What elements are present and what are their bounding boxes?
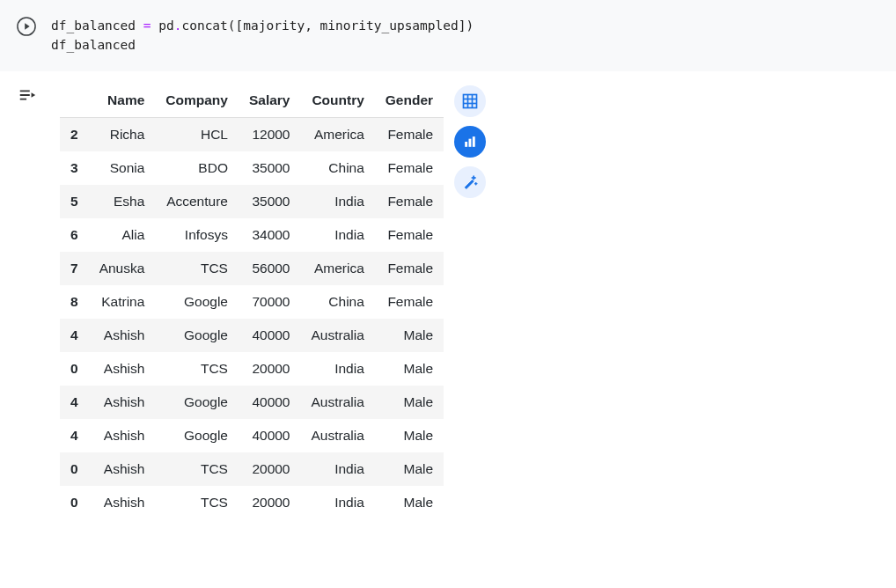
table-cell: Alia bbox=[89, 218, 156, 252]
cell-input-area: df_balanced = pd.concat([majority, minor… bbox=[0, 0, 896, 71]
interactive-table-button[interactable] bbox=[454, 85, 486, 117]
code-editor[interactable]: df_balanced = pd.concat([majority, minor… bbox=[51, 7, 474, 64]
table-cell: TCS bbox=[155, 452, 239, 486]
table-cell: Ashish bbox=[89, 419, 156, 452]
table-cell: Male bbox=[375, 319, 444, 352]
table-cell: Australia bbox=[301, 386, 375, 419]
table-row: 0AshishTCS20000IndiaMale bbox=[60, 452, 444, 486]
table-cell: Ashish bbox=[89, 486, 156, 519]
cell-output-area: NameCompanySalaryCountryGender 2RichaHCL… bbox=[0, 71, 896, 519]
row-index: 0 bbox=[60, 352, 89, 386]
row-index: 0 bbox=[60, 452, 89, 486]
table-header-cell[interactable]: Company bbox=[155, 84, 239, 118]
run-cell-button[interactable] bbox=[12, 12, 40, 40]
table-cell: 40000 bbox=[239, 386, 301, 419]
table-cell: 20000 bbox=[239, 486, 301, 519]
code-token: concat bbox=[181, 18, 227, 33]
table-header-cell[interactable]: Name bbox=[89, 84, 156, 118]
table-row: 0AshishTCS20000IndiaMale bbox=[60, 486, 444, 519]
svg-rect-7 bbox=[465, 142, 467, 147]
code-token: minority_upsampled bbox=[320, 18, 459, 33]
table-cell: Female bbox=[375, 117, 444, 151]
table-row: 6AliaInfosys34000IndiaFemale bbox=[60, 218, 444, 252]
table-cell: Australia bbox=[301, 319, 375, 352]
code-token: ( bbox=[228, 18, 236, 33]
table-cell: 34000 bbox=[239, 218, 301, 252]
table-cell: Google bbox=[155, 386, 239, 419]
table-cell: Ashish bbox=[89, 319, 156, 352]
code-token: pd bbox=[151, 18, 174, 33]
row-index: 7 bbox=[60, 252, 89, 285]
table-cell: TCS bbox=[155, 352, 239, 386]
output-toggle-icon bbox=[18, 85, 37, 105]
dataframe-table: NameCompanySalaryCountryGender 2RichaHCL… bbox=[60, 84, 444, 519]
quick-chart-button[interactable] bbox=[454, 126, 486, 158]
code-token: df_balanced bbox=[51, 38, 136, 52]
output-body: NameCompanySalaryCountryGender 2RichaHCL… bbox=[48, 84, 486, 519]
table-cell: 35000 bbox=[239, 185, 301, 218]
code-token: df_balanced bbox=[51, 18, 143, 33]
code-token: majority bbox=[243, 18, 305, 33]
svg-rect-2 bbox=[464, 94, 477, 107]
row-index: 0 bbox=[60, 486, 89, 519]
table-header-cell[interactable]: Gender bbox=[375, 84, 444, 118]
row-index: 8 bbox=[60, 285, 89, 319]
table-header-cell[interactable]: Salary bbox=[239, 84, 301, 118]
notebook-cell: df_balanced = pd.concat([majority, minor… bbox=[0, 0, 896, 519]
table-header-cell[interactable]: Country bbox=[301, 84, 375, 118]
dataframe-output: NameCompanySalaryCountryGender 2RichaHCL… bbox=[60, 84, 444, 519]
table-corner bbox=[60, 84, 89, 118]
table-cell: Sonia bbox=[89, 151, 156, 185]
table-cell: Male bbox=[375, 452, 444, 486]
table-cell: Australia bbox=[301, 419, 375, 452]
table-cell: America bbox=[301, 252, 375, 285]
table-row: 5EshaAccenture35000IndiaFemale bbox=[60, 185, 444, 218]
table-cell: China bbox=[301, 151, 375, 185]
table-cell: Google bbox=[155, 285, 239, 319]
table-cell: Katrina bbox=[89, 285, 156, 319]
table-cell: Richa bbox=[89, 117, 156, 151]
table-cell: Male bbox=[375, 352, 444, 386]
table-cell: America bbox=[301, 117, 375, 151]
code-token: = bbox=[143, 18, 151, 33]
table-row: 3SoniaBDO35000ChinaFemale bbox=[60, 151, 444, 185]
table-cell: TCS bbox=[155, 252, 239, 285]
output-collapse-button[interactable] bbox=[7, 84, 48, 105]
table-cell: Infosys bbox=[155, 218, 239, 252]
table-cell: India bbox=[301, 185, 375, 218]
table-cell: Male bbox=[375, 419, 444, 452]
table-cell: 40000 bbox=[239, 319, 301, 352]
row-index: 4 bbox=[60, 419, 89, 452]
suggest-charts-button[interactable] bbox=[454, 166, 486, 198]
table-row: 4AshishGoogle40000AustraliaMale bbox=[60, 319, 444, 352]
row-index: 3 bbox=[60, 151, 89, 185]
table-cell: Ashish bbox=[89, 452, 156, 486]
row-index: 5 bbox=[60, 185, 89, 218]
table-row: 4AshishGoogle40000AustraliaMale bbox=[60, 419, 444, 452]
table-cell: Female bbox=[375, 285, 444, 319]
table-cell: HCL bbox=[155, 117, 239, 151]
svg-rect-8 bbox=[469, 139, 472, 147]
table-cell: 20000 bbox=[239, 352, 301, 386]
code-token: , bbox=[305, 18, 319, 33]
table-cell: BDO bbox=[155, 151, 239, 185]
play-icon bbox=[17, 17, 36, 36]
table-cell: Female bbox=[375, 218, 444, 252]
row-index: 2 bbox=[60, 117, 89, 151]
table-row: 7AnuskaTCS56000AmericaFemale bbox=[60, 252, 444, 285]
table-cell: 70000 bbox=[239, 285, 301, 319]
table-cell: India bbox=[301, 352, 375, 386]
table-cell: TCS bbox=[155, 486, 239, 519]
table-row: 2RichaHCL12000AmericaFemale bbox=[60, 117, 444, 151]
table-cell: 56000 bbox=[239, 252, 301, 285]
output-actions bbox=[454, 84, 486, 198]
table-cell: 20000 bbox=[239, 452, 301, 486]
table-cell: Accenture bbox=[155, 185, 239, 218]
table-header-row: NameCompanySalaryCountryGender bbox=[60, 84, 444, 118]
magic-wand-icon bbox=[461, 173, 479, 191]
table-cell: 35000 bbox=[239, 151, 301, 185]
table-cell: Ashish bbox=[89, 352, 156, 386]
table-cell: Female bbox=[375, 151, 444, 185]
table-cell: Google bbox=[155, 319, 239, 352]
row-index: 6 bbox=[60, 218, 89, 252]
